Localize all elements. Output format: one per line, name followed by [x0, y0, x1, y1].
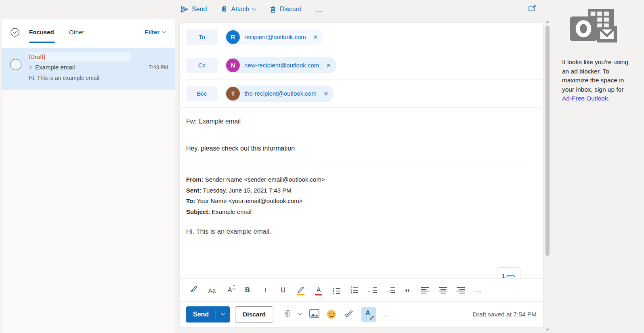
to-field-button[interactable]: To [186, 29, 218, 45]
remove-recipient-button[interactable]: × [321, 90, 334, 97]
tab-focused[interactable]: Focused [29, 29, 54, 36]
recipient-pill-cc[interactable]: N new-recipient@outlook.com × [225, 57, 336, 73]
send-bar-icons: A … [284, 307, 390, 322]
outlook-grayscale-logo [569, 9, 618, 52]
emoji-icon [327, 310, 336, 319]
compose-card: To R recipient@outlook.com × Cc N new-re… [180, 23, 543, 327]
message-preview: Hi. This is an example email. [29, 73, 168, 83]
top-toolbar-actions: Send Attach Discard … [180, 0, 323, 19]
align-right-icon [457, 286, 465, 295]
open-in-new-window-button[interactable] [528, 4, 537, 14]
align-center-button[interactable] [436, 283, 449, 297]
avatar: T [226, 87, 240, 101]
filter-button[interactable]: Filter [145, 29, 165, 36]
trash-icon [269, 5, 277, 13]
tab-other[interactable]: Other [69, 29, 84, 36]
select-all-checkbox[interactable] [10, 27, 20, 39]
recipient-email: the-recipient@outlook.com [244, 90, 317, 97]
increase-indent-button[interactable]: → [383, 283, 396, 297]
expand-icon[interactable] [28, 66, 31, 69]
remove-recipient-button[interactable]: × [323, 61, 336, 69]
more-options-button[interactable]: … [315, 5, 323, 14]
scrollbar-thumb[interactable] [545, 26, 550, 256]
align-right-button[interactable] [454, 283, 467, 297]
filter-label: Filter [145, 29, 159, 36]
insert-image-button[interactable] [309, 309, 319, 319]
discard-button-top[interactable]: Discard [269, 5, 302, 13]
avatar: N [226, 59, 240, 72]
highlight-pen-icon [296, 286, 305, 295]
format-painter-button[interactable] [188, 283, 201, 297]
ad-blocker-message: It looks like you're using an ad blocker… [562, 58, 635, 103]
align-left-button[interactable] [419, 283, 432, 297]
numbered-list-icon: 1 2 3 [350, 285, 358, 295]
quoted-body-text: Hi. This is an example email. [186, 228, 537, 235]
compose-scrollbar[interactable] [544, 19, 551, 333]
font-button[interactable]: Aa [206, 283, 218, 297]
more-formatting-button[interactable]: … [472, 283, 485, 297]
font-size-icon: A [228, 287, 232, 294]
quoted-to-line: To: Your Name <your-email@outlook.com> [186, 196, 537, 207]
recipient-pill-bcc[interactable]: T the-recipient@outlook.com × [225, 86, 334, 102]
send-options-button[interactable] [216, 306, 230, 323]
discard-button[interactable]: Discard [235, 306, 273, 323]
attach-button-top[interactable]: Attach [220, 5, 255, 13]
scroll-up-arrow[interactable] [545, 20, 550, 23]
numbered-list-button[interactable]: 1 2 3 [348, 283, 361, 297]
cc-field-button[interactable]: Cc [186, 58, 218, 73]
send-icon [180, 5, 189, 13]
decrease-indent-icon: ← [367, 285, 377, 295]
chevron-down-icon [252, 6, 256, 10]
italic-button[interactable]: I [259, 283, 272, 297]
bold-button[interactable]: B [241, 283, 254, 297]
to-row: To R recipient@outlook.com × [180, 23, 543, 51]
font-size-button[interactable]: A [223, 283, 236, 297]
bullet-list-icon [333, 287, 340, 293]
quoted-subject-value: Example email [210, 208, 252, 215]
decrease-indent-button[interactable]: ← [365, 283, 378, 297]
popout-icon [528, 7, 537, 14]
message-body-editor[interactable]: Hey, please check out this information F… [180, 135, 543, 279]
send-bar: Send Discard A … Draft saved at 7:54 PM [180, 302, 543, 327]
emoji-button[interactable] [327, 310, 336, 319]
quote-button[interactable]: ” [401, 286, 414, 300]
attach-file-button[interactable] [284, 309, 291, 320]
message-list-panel: Focused Other Filter [Draft] Example ema… [2, 19, 175, 333]
more-actions-button[interactable]: … [384, 311, 390, 318]
font-color-button[interactable]: A [312, 283, 325, 297]
send-button[interactable]: Send [186, 306, 216, 323]
message-list-item[interactable]: [Draft] Example email 7:43 PM Hi. This i… [2, 48, 175, 90]
bcc-field-button[interactable]: Bcc [186, 86, 218, 101]
text-highlight-button[interactable] [294, 283, 307, 297]
quoted-from-line: From: Sender Name <sender-email@outlook.… [186, 174, 537, 185]
align-left-icon [421, 286, 429, 295]
body-intro-text: Hey, please check out this information [186, 145, 537, 152]
font-color-icon: A [317, 287, 321, 294]
compose-top-toolbar: Send Attach Discard … [0, 0, 644, 19]
draft-label: [Draft] [29, 53, 45, 60]
remove-recipient-button[interactable]: × [310, 33, 323, 41]
attach-options-button[interactable] [299, 314, 302, 315]
recipient-pill-to[interactable]: R recipient@outlook.com × [225, 29, 323, 45]
ad-free-outlook-link[interactable]: Ad-Free Outlook [562, 95, 608, 102]
editor-button[interactable]: A [361, 307, 376, 322]
recipient-email: recipient@outlook.com [244, 34, 306, 40]
bcc-row: Bcc T the-recipient@outlook.com × [180, 80, 543, 108]
message-select-radio[interactable] [10, 59, 21, 70]
send-split-button[interactable]: Send [186, 306, 230, 323]
draw-pen-icon [344, 309, 354, 320]
draft-saved-status: Draft saved at 7:54 PM [472, 311, 537, 318]
subject-input[interactable]: Fw: Example email [180, 108, 543, 135]
draw-button[interactable] [344, 309, 354, 320]
send-button-top[interactable]: Send [180, 5, 207, 13]
editor-suggestions-badge[interactable]: 1 [497, 267, 520, 279]
font-color-bar [315, 294, 322, 296]
scroll-down-arrow[interactable] [545, 329, 550, 331]
underline-button[interactable]: U [277, 283, 289, 297]
discard-label: Discard [280, 6, 302, 13]
bullet-list-button[interactable] [330, 283, 343, 297]
image-icon [309, 309, 319, 319]
increase-indent-icon: → [384, 285, 395, 295]
editor-badge-icon [506, 271, 516, 279]
ad-panel: It looks like you're using an ad blocker… [560, 0, 644, 333]
